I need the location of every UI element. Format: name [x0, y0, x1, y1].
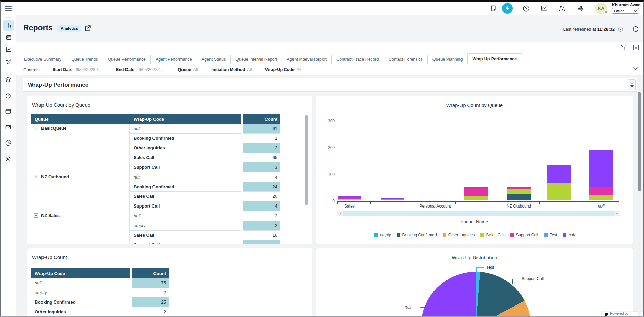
bar-segment-empty[interactable]: [464, 200, 488, 200]
bar-unlabeled-1[interactable]: [381, 198, 404, 200]
bar-segment-booking-confirmed[interactable]: [507, 194, 531, 200]
table-row[interactable]: Other Inquiries2: [130, 143, 280, 153]
sidebar-item-reports[interactable]: [3, 20, 14, 31]
filter-end-date[interactable]: End Date29/05/2023 1...: [116, 67, 165, 72]
table-row[interactable]: empty2: [31, 288, 169, 297]
column-header-count[interactable]: Count: [243, 114, 280, 124]
wrapup-code-cell[interactable]: Booking Confirmed: [130, 133, 241, 143]
help-icon[interactable]: [522, 4, 530, 12]
settings-sliders-icon[interactable]: [576, 4, 584, 12]
wrapup-code-cell[interactable]: Booking Confirmed: [31, 297, 130, 307]
tab-agent-performance[interactable]: Agent Performance: [150, 55, 197, 64]
tab-queue-performance[interactable]: Queue Performance: [103, 55, 150, 64]
scrollbar-thumb[interactable]: [638, 92, 641, 191]
spinner-down-icon[interactable]: [630, 85, 634, 87]
tab-contract-trace-record[interactable]: Contract Trace Record: [331, 55, 384, 64]
count-cell[interactable]: [243, 240, 280, 244]
bar-segment-null[interactable]: [547, 165, 571, 183]
queue-cell[interactable]: −NZ Outbound: [31, 172, 130, 211]
column-header-queue[interactable]: Queue: [31, 114, 130, 124]
legend-item-sales-call[interactable]: Sales Call: [480, 233, 504, 237]
bar-segment-sales-call[interactable]: [547, 183, 571, 200]
legend-item-booking-confirmed[interactable]: Booking Confirmed: [397, 233, 437, 237]
legend-item-empty[interactable]: empty: [374, 233, 391, 237]
filter-funnel-icon[interactable]: [620, 44, 628, 52]
wrapup-code-cell[interactable]: Support Call: [130, 240, 241, 244]
collapse-minus-icon[interactable]: −: [34, 175, 38, 179]
count-cell[interactable]: 25: [132, 297, 169, 307]
hamburger-menu-icon[interactable]: [5, 5, 12, 12]
tab-contact-forensics[interactable]: Contact Forensics: [384, 55, 427, 64]
bar-null[interactable]: [589, 150, 613, 200]
count-cell[interactable]: 24: [243, 182, 280, 192]
table-row[interactable]: Support Call4: [130, 201, 280, 211]
bar-segment-sales-call[interactable]: [589, 195, 613, 200]
count-cell[interactable]: 20: [243, 191, 280, 201]
legend-item-support-call[interactable]: Support Call: [510, 233, 538, 237]
wrapup-code-cell[interactable]: null: [31, 278, 130, 288]
chart-horizontal-scrollbar[interactable]: ◂∷▸: [337, 211, 620, 216]
filter-start-date[interactable]: Start Date09/04/2023 1...: [52, 67, 102, 72]
bar-personal-account[interactable]: [423, 200, 447, 200]
table-row[interactable]: Support Call: [130, 240, 280, 244]
wrapup-code-cell[interactable]: Other Inquiries: [31, 307, 130, 316]
sidebar-item-settings-gear[interactable]: [3, 153, 14, 164]
bar-unlabeled-3[interactable]: [464, 187, 488, 200]
tab-agent-interval-report[interactable]: Agent Interval Report: [282, 55, 331, 64]
table-row[interactable]: Booking Confirmed1: [130, 133, 280, 143]
scroll-left-arrow[interactable]: ◂: [337, 211, 343, 216]
powered-by-quicksight-badge[interactable]: Powered by QuickSight: [602, 312, 643, 316]
bar-segment-sales-call[interactable]: [507, 189, 531, 194]
external-link-icon[interactable]: [84, 25, 91, 32]
wrapup-code-cell[interactable]: Other Inquiries: [130, 143, 241, 153]
table-row[interactable]: null61: [130, 124, 280, 133]
info-icon[interactable]: [618, 26, 623, 32]
bar-sales[interactable]: [338, 196, 361, 200]
wrapup-code-cell[interactable]: empty: [31, 288, 130, 297]
table-scrollbar[interactable]: [305, 115, 308, 205]
sidebar-item-layers[interactable]: [3, 74, 14, 85]
filter-wrap-up-code[interactable]: Wrap-Up CodeAll: [265, 67, 301, 72]
tab-agent-status[interactable]: Agent Status: [197, 55, 231, 64]
sidebar-item-history[interactable]: [3, 90, 14, 101]
table-row[interactable]: Booking Confirmed24: [130, 182, 280, 192]
legend-item-test[interactable]: Test: [544, 233, 557, 237]
sidebar-item-pie-chart[interactable]: [3, 137, 14, 149]
users-icon[interactable]: [558, 4, 566, 12]
table-row[interactable]: empty2: [130, 221, 280, 230]
tab-executive-summary[interactable]: Executive Summary: [19, 55, 66, 64]
bar-segment-sales-call[interactable]: [338, 199, 361, 200]
bar-nz-outbound[interactable]: [507, 187, 531, 200]
sidebar-item-design-pen[interactable]: [3, 56, 14, 67]
count-cell[interactable]: 65: [243, 153, 280, 162]
bar-segment-support-call[interactable]: [464, 188, 488, 196]
table-row[interactable]: Booking Confirmed25: [31, 297, 169, 307]
sidebar-item-mail[interactable]: [3, 122, 14, 133]
vertical-scrollbar[interactable]: [638, 76, 641, 316]
sheet-spinner[interactable]: [628, 79, 636, 90]
table-row[interactable]: Other Inquiries2: [31, 307, 169, 316]
bar-segment-test[interactable]: [381, 199, 404, 200]
table-row[interactable]: Sales Call65: [130, 153, 280, 162]
count-cell[interactable]: 2: [132, 307, 169, 316]
legend-item-null[interactable]: null: [563, 233, 575, 237]
wrapup-code-cell[interactable]: Booking Confirmed: [130, 182, 241, 192]
export-icon[interactable]: [633, 44, 640, 52]
wrapup-code-cell[interactable]: null: [130, 172, 241, 182]
queue-cell[interactable]: −BasicQueue: [31, 124, 130, 172]
wrapup-code-cell[interactable]: Sales Call: [130, 230, 241, 240]
sidebar-item-window[interactable]: [3, 106, 14, 117]
controls-collapse-chevron-icon[interactable]: [633, 67, 638, 70]
count-cell[interactable]: 2: [243, 143, 280, 153]
wrapup-code-cell[interactable]: Sales Call: [130, 191, 241, 201]
count-cell[interactable]: 2: [243, 221, 280, 230]
count-cell[interactable]: 3: [243, 162, 280, 172]
bar-segment-booking-confirmed[interactable]: [547, 200, 571, 200]
count-cell[interactable]: 16: [243, 230, 280, 240]
bar-unlabeled-5[interactable]: [547, 165, 571, 200]
wrapup-code-cell[interactable]: Support Call: [130, 201, 241, 211]
tab-queue-interval-report[interactable]: Queue Interval Report: [230, 55, 282, 64]
bar-segment-sales-call[interactable]: [464, 196, 488, 200]
refresh-icon[interactable]: [632, 25, 639, 33]
table-row[interactable]: Support Call3: [130, 162, 280, 172]
